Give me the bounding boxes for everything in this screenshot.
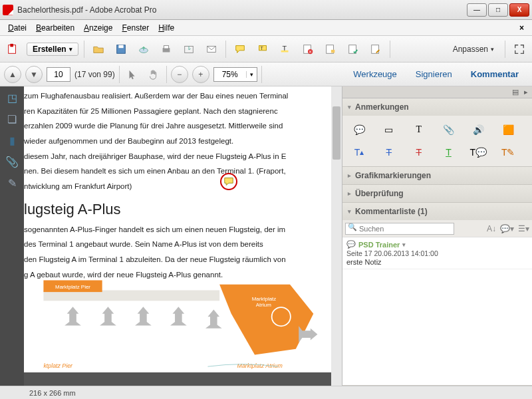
window-title: Bachelorthesis.pdf - Adobe Acrobat Pro bbox=[17, 5, 467, 15]
app-icon bbox=[3, 5, 13, 15]
doc-text: ntwicklung am Frankfurt Airport) bbox=[24, 181, 342, 192]
tool-audio-icon[interactable]: 🔊 bbox=[469, 122, 487, 137]
comment-item[interactable]: PSD Trainer Seite 17 20.06.2013 14:01:00… bbox=[342, 237, 532, 269]
svg-text:ktplatz Pier: ktplatz Pier bbox=[43, 362, 73, 369]
signatures-icon[interactable]: ✎ bbox=[5, 176, 19, 190]
comment-panel: ▤ ▸ Anmerkungen 💬 ▭ T 📎 🔊 🟧 T▴ T T T T💬 … bbox=[342, 86, 532, 386]
doc-close-button[interactable]: × bbox=[515, 22, 528, 34]
menu-anzeige[interactable]: Anzeige bbox=[80, 22, 116, 34]
section-anmerkungen-header[interactable]: Anmerkungen bbox=[342, 98, 532, 116]
save-icon[interactable] bbox=[112, 41, 130, 58]
zoom-dropdown[interactable]: ▾ bbox=[246, 71, 257, 78]
section-kommentarliste: Kommentarliste (1) A↓ 💬▾ ☰▾ PSD Trainer … bbox=[342, 203, 532, 386]
stamp-delete-icon[interactable]: ✕ bbox=[299, 41, 317, 58]
page-down-button[interactable]: ▼ bbox=[25, 66, 43, 83]
menu-fenster[interactable]: Fenster bbox=[118, 22, 153, 34]
highlight-icon[interactable]: T bbox=[254, 41, 271, 58]
attachments-icon[interactable]: 📎 bbox=[5, 154, 19, 169]
section-ueberpruefung: Überprüfung bbox=[342, 185, 532, 203]
page-dimensions: 216 x 266 mm bbox=[29, 389, 76, 397]
erstellen-button[interactable]: Erstellen bbox=[27, 43, 78, 56]
sticky-note-icon[interactable] bbox=[220, 173, 237, 190]
tab-werkzeuge[interactable]: Werkzeuge bbox=[344, 65, 406, 83]
section-grafik-header[interactable]: Grafikmarkierungen bbox=[342, 167, 532, 184]
doc-text: diesem Jahr, nach dreijähriger Bauphase,… bbox=[24, 151, 342, 162]
zoom-in-button[interactable]: + bbox=[192, 66, 209, 83]
doc-text: ren Kapazitäten für 25 Millionen Passagi… bbox=[24, 106, 342, 117]
tab-kommentar[interactable]: Kommentar bbox=[462, 65, 528, 83]
filter-icon[interactable]: 💬▾ bbox=[500, 224, 514, 233]
tool-text-icon[interactable]: T bbox=[410, 122, 428, 137]
section-kommentarliste-header[interactable]: Kommentarliste (1) bbox=[342, 203, 532, 220]
doc-text: zum Flughafenausbau realisiert. Außerdem… bbox=[24, 90, 342, 102]
section-ueberpruefung-header[interactable]: Überprüfung bbox=[342, 185, 532, 202]
doc-text: sogenannten A-Plus-Finger handelt es sic… bbox=[24, 224, 342, 235]
svg-text:Marktplatz Pier: Marktplatz Pier bbox=[55, 284, 90, 290]
minimize-button[interactable]: — bbox=[467, 3, 487, 17]
stamp-edit-icon[interactable] bbox=[367, 41, 384, 58]
section-anmerkungen: Anmerkungen 💬 ▭ T 📎 🔊 🟧 T▴ T T T T💬 T✎ bbox=[342, 98, 532, 167]
bookmarks-icon[interactable]: ▮ bbox=[5, 133, 19, 148]
svg-rect-3 bbox=[118, 45, 123, 48]
comment-search-bar: A↓ 💬▾ ☰▾ bbox=[342, 220, 532, 237]
zoom-select[interactable]: ▾ bbox=[213, 67, 257, 82]
doc-text: den Flugsteig A im Terminal 1 abzuleiten… bbox=[24, 254, 342, 265]
anpassen-button[interactable]: Anpassen bbox=[448, 42, 499, 57]
svg-text:Marktplatz: Marktplatz bbox=[252, 296, 277, 302]
tool-sticky-note-icon[interactable]: 💬 bbox=[350, 122, 368, 137]
section-grafik: Grafikmarkierungen bbox=[342, 167, 532, 185]
close-button[interactable]: X bbox=[509, 3, 529, 17]
tool-strikeout-icon[interactable]: T bbox=[410, 145, 428, 160]
document-view[interactable]: zum Flughafenausbau realisiert. Außerdem… bbox=[24, 86, 342, 386]
toolbar-main: Erstellen T T ✕ Anpassen bbox=[0, 36, 532, 63]
tab-signieren[interactable]: Signieren bbox=[406, 65, 462, 83]
toolbar-nav: ▲ ▼ (17 von 99) − + ▾ Werkzeuge Signiere… bbox=[0, 63, 532, 86]
tool-underline-icon[interactable]: T bbox=[440, 145, 457, 160]
menubar: Datei Bearbeiten Anzeige Fenster Hilfe × bbox=[0, 20, 532, 36]
thumbnails-icon[interactable]: ◳ bbox=[5, 90, 19, 105]
zoom-input[interactable] bbox=[214, 70, 246, 79]
svg-text:Marktplatz Atrium: Marktplatz Atrium bbox=[237, 362, 283, 369]
panel-collapse-icon[interactable]: ▸ bbox=[524, 88, 528, 96]
svg-rect-12 bbox=[281, 50, 288, 52]
panel-menu-icon[interactable]: ▤ bbox=[512, 88, 519, 96]
open-icon[interactable] bbox=[90, 41, 107, 58]
tool-highlight-icon[interactable]: ▭ bbox=[380, 122, 398, 137]
menu-datei[interactable]: Datei bbox=[4, 22, 31, 34]
fullscreen-icon[interactable] bbox=[511, 41, 528, 58]
page-input[interactable] bbox=[47, 67, 70, 82]
pages-icon[interactable]: ❏ bbox=[5, 112, 19, 126]
text-highlight-icon[interactable]: T bbox=[277, 41, 294, 58]
comment-author: PSD Trainer bbox=[346, 240, 528, 249]
comment-meta: Seite 17 20.06.2013 14:01:00 bbox=[346, 249, 528, 257]
menu-bearbeiten[interactable]: Bearbeiten bbox=[32, 22, 78, 34]
menu-hilfe[interactable]: Hilfe bbox=[154, 22, 178, 34]
options-icon[interactable]: ☰▾ bbox=[518, 224, 529, 233]
scrollbar-vertical[interactable] bbox=[331, 86, 342, 386]
create-pdf-icon[interactable] bbox=[4, 41, 21, 58]
select-tool-icon[interactable] bbox=[124, 66, 141, 83]
print-icon[interactable] bbox=[158, 41, 175, 58]
cloud-icon[interactable] bbox=[135, 41, 152, 58]
tool-stamp-icon[interactable]: 🟧 bbox=[499, 122, 517, 137]
svg-rect-17 bbox=[331, 49, 334, 53]
zoom-out-button[interactable]: − bbox=[171, 66, 188, 83]
airport-diagram: Marktplatz Pier Marktplatz Atrium ktplat… bbox=[24, 273, 342, 372]
stamp-lock-icon[interactable] bbox=[322, 41, 339, 58]
comment-search-input[interactable] bbox=[345, 223, 454, 235]
hand-tool-icon[interactable] bbox=[145, 66, 162, 83]
comment-bubble-icon[interactable] bbox=[231, 41, 249, 58]
svg-rect-1 bbox=[10, 43, 13, 47]
tool-attach-icon[interactable]: 📎 bbox=[440, 122, 457, 137]
tool-text-note-icon[interactable]: T💬 bbox=[469, 145, 487, 160]
tool-strike-insert-icon[interactable]: T bbox=[380, 145, 398, 160]
email-icon[interactable] bbox=[203, 41, 220, 58]
stamp-check-icon[interactable] bbox=[344, 41, 362, 58]
tool-insert-text-icon[interactable]: T▴ bbox=[350, 145, 368, 160]
sort-icon[interactable]: A↓ bbox=[487, 224, 496, 233]
tool-text-box-icon[interactable]: T✎ bbox=[499, 145, 517, 160]
share-icon[interactable] bbox=[180, 41, 198, 58]
page-up-button[interactable]: ▲ bbox=[4, 66, 21, 83]
maximize-button[interactable]: □ bbox=[488, 3, 508, 17]
comment-body: erste Notiz bbox=[346, 258, 528, 266]
